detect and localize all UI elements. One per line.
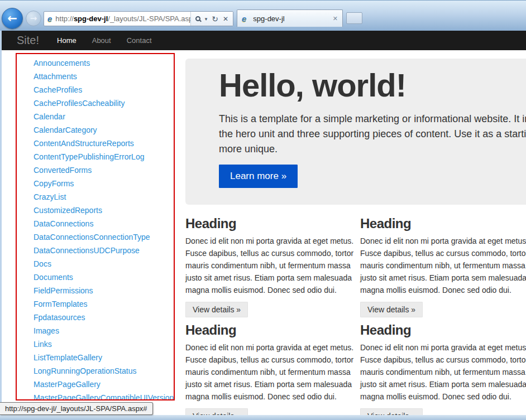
- card-body-line: Fusce dapibus, tellus ac cursus commodo,…: [185, 247, 352, 259]
- sidebar-link[interactable]: ConvertedForms: [34, 163, 174, 177]
- sidebar-link[interactable]: Docs: [34, 257, 174, 271]
- url-path: /_layouts/JL-SPA/SPA.aspx: [108, 15, 190, 23]
- card-body-line: Donec id elit non mi porta gravida at eg…: [360, 341, 526, 354]
- refresh-icon[interactable]: ↻: [212, 15, 218, 23]
- hero-text-line: the hero unit and three supporting piece…: [219, 127, 526, 142]
- navbar-links: HomeAboutContact: [49, 31, 159, 50]
- hero-text-line: more unique.: [219, 142, 526, 157]
- card-body-line: magna mollis euismod. Donec sed odio dui…: [360, 284, 526, 296]
- content-card: Heading Donec id elit non mi porta gravi…: [185, 323, 352, 420]
- ie-tab-icon: e: [242, 14, 246, 23]
- content-card: Heading Donec id elit non mi porta gravi…: [185, 216, 352, 317]
- tab-close-icon[interactable]: ✕: [333, 15, 338, 22]
- tab-title: spg-dev-jl: [253, 15, 332, 23]
- card-body-line: mauris condimentum nibh, ut fermentum ma…: [185, 259, 352, 272]
- search-icon[interactable]: [195, 16, 200, 21]
- sidebar-link[interactable]: MasterPageGalleryCompatibleUIVersionS: [34, 391, 174, 400]
- hero-unit: Hello, world! This is a template for a s…: [185, 59, 526, 205]
- card-body-line: mauris condimentum nibh, ut fermentum ma…: [185, 366, 352, 378]
- card-body-line: justo sit amet risus. Etiam porta sem ma…: [360, 378, 526, 390]
- sidebar-red-outline: AnnouncementsAttachmentsCacheProfilesCac…: [16, 53, 175, 400]
- sidebar-link[interactable]: Fpdatasources: [34, 311, 174, 324]
- sidebar-link[interactable]: ContentTypePublishingErrorLog: [34, 150, 174, 163]
- card-body-line: justo sit amet risus. Etiam porta sem ma…: [360, 272, 526, 284]
- back-button[interactable]: ←: [2, 8, 23, 29]
- sidebar-link[interactable]: Links: [34, 337, 174, 351]
- url-scheme: http://: [55, 15, 74, 23]
- window-left-frame: [0, 31, 2, 415]
- stop-icon[interactable]: ✕: [223, 15, 228, 23]
- card-body-line: Donec id elit non mi porta gravida at eg…: [185, 341, 352, 354]
- card-body-line: magna mollis euismod. Donec sed odio dui…: [360, 390, 526, 403]
- card-body: Donec id elit non mi porta gravida at eg…: [185, 235, 352, 296]
- card-body-line: Donec id elit non mi porta gravida at eg…: [360, 235, 526, 247]
- sidebar-link[interactable]: Images: [34, 324, 174, 337]
- hero-text: This is a template for a simple marketin…: [219, 112, 526, 157]
- card-body-line: justo sit amet risus. Etiam porta sem ma…: [185, 378, 352, 390]
- sidebar-link[interactable]: Announcements: [34, 56, 174, 70]
- content-card: Heading Donec id elit non mi porta gravi…: [360, 323, 526, 420]
- sidebar-link[interactable]: LongRunningOperationStatus: [34, 364, 174, 378]
- sidebar-link[interactable]: ContentAndStructureReports: [34, 137, 174, 150]
- new-tab-button[interactable]: [346, 12, 362, 24]
- sidebar-link[interactable]: Attachments: [34, 70, 174, 83]
- card-body-line: mauris condimentum nibh, ut fermentum ma…: [360, 259, 526, 272]
- url-domain: spg-dev-jl: [74, 15, 108, 23]
- nav-item[interactable]: About: [84, 31, 119, 50]
- sidebar-link[interactable]: DataConnectionsUDCPurpose: [34, 244, 174, 257]
- card-body: Donec id elit non mi porta gravida at eg…: [360, 341, 526, 403]
- card-heading: Heading: [185, 323, 352, 337]
- sidebar-link[interactable]: Calendar: [34, 110, 174, 123]
- nav-item[interactable]: Contact: [119, 31, 160, 50]
- sidebar-link[interactable]: FormTemplates: [34, 297, 174, 311]
- sidebar-link[interactable]: Documents: [34, 271, 174, 284]
- view-details-button[interactable]: View details »: [360, 302, 423, 317]
- sidebar-link[interactable]: MasterPageGallery: [34, 378, 174, 391]
- sidebar-link[interactable]: CrazyList: [34, 190, 174, 204]
- forward-button[interactable]: →: [26, 11, 41, 26]
- card-heading: Heading: [360, 323, 526, 337]
- card-body-line: Fusce dapibus, tellus ac cursus commodo,…: [360, 354, 526, 366]
- url-text[interactable]: http://spg-dev-jl/_layouts/JL-SPA/SPA.as…: [55, 15, 190, 23]
- sidebar-link[interactable]: DataConnections: [34, 217, 174, 230]
- sidebar-link[interactable]: FieldPermissions: [34, 284, 174, 297]
- sidebar-link[interactable]: DataConnectionsConnectionType: [34, 230, 174, 244]
- status-bar-url: http://spg-dev-jl/_layouts/JL-SPA/SPA.as…: [0, 402, 153, 415]
- card-body-line: Fusce dapibus, tellus ac cursus commodo,…: [360, 247, 526, 259]
- hero-title: Hello, world!: [219, 66, 526, 104]
- sidebar-link[interactable]: CustomizedReports: [34, 204, 174, 217]
- card-body-line: mauris condimentum nibh, ut fermentum ma…: [360, 366, 526, 378]
- learn-more-button[interactable]: Learn more »: [219, 165, 298, 188]
- browser-tab[interactable]: e spg-dev-jl ✕: [237, 9, 343, 27]
- browser-chrome: ← → e http://spg-dev-jl/_layouts/JL-SPA/…: [0, 0, 526, 31]
- sidebar-link[interactable]: ListTemplateGallery: [34, 351, 174, 364]
- window-bottom-frame: [0, 415, 526, 420]
- hero-text-line: This is a template for a simple marketin…: [219, 112, 526, 127]
- nav-item[interactable]: Home: [49, 31, 84, 50]
- sidebar-link[interactable]: CalendarCategory: [34, 123, 174, 137]
- card-body: Donec id elit non mi porta gravida at eg…: [185, 341, 352, 403]
- address-bar[interactable]: e http://spg-dev-jl/_layouts/JL-SPA/SPA.…: [44, 11, 233, 26]
- view-details-button[interactable]: View details »: [185, 302, 248, 317]
- sidebar-link[interactable]: CacheProfilesCacheability: [34, 96, 174, 110]
- card-body-line: Fusce dapibus, tellus ac cursus commodo,…: [185, 354, 352, 366]
- card-heading: Heading: [185, 216, 352, 230]
- sidebar-link[interactable]: CacheProfiles: [34, 83, 174, 96]
- card-body-line: justo sit amet risus. Etiam porta sem ma…: [185, 272, 352, 284]
- back-arrow-icon: ←: [7, 12, 17, 25]
- card-body-line: Donec id elit non mi porta gravida at eg…: [185, 235, 352, 247]
- card-body-line: magna mollis euismod. Donec sed odio dui…: [185, 390, 352, 403]
- card-body-line: magna mollis euismod. Donec sed odio dui…: [185, 284, 352, 296]
- browser-window: { "browser": { "url": { "scheme": "http:…: [0, 0, 526, 420]
- card-heading: Heading: [360, 216, 526, 230]
- card-body: Donec id elit non mi porta gravida at eg…: [360, 235, 526, 296]
- sidebar-link[interactable]: CopyForms: [34, 177, 174, 190]
- content-grid: Heading Donec id elit non mi porta gravi…: [185, 216, 526, 420]
- chevron-down-icon[interactable]: ▾: [205, 16, 208, 22]
- forward-arrow-icon: →: [30, 13, 37, 23]
- site-brand[interactable]: Site!: [17, 34, 39, 47]
- content-card: Heading Donec id elit non mi porta gravi…: [360, 216, 526, 317]
- ie-page-icon: e: [47, 14, 52, 23]
- address-bar-tools: ▾ ↻ ✕: [190, 12, 233, 26]
- sidebar-list: AnnouncementsAttachmentsCacheProfilesCac…: [17, 54, 174, 400]
